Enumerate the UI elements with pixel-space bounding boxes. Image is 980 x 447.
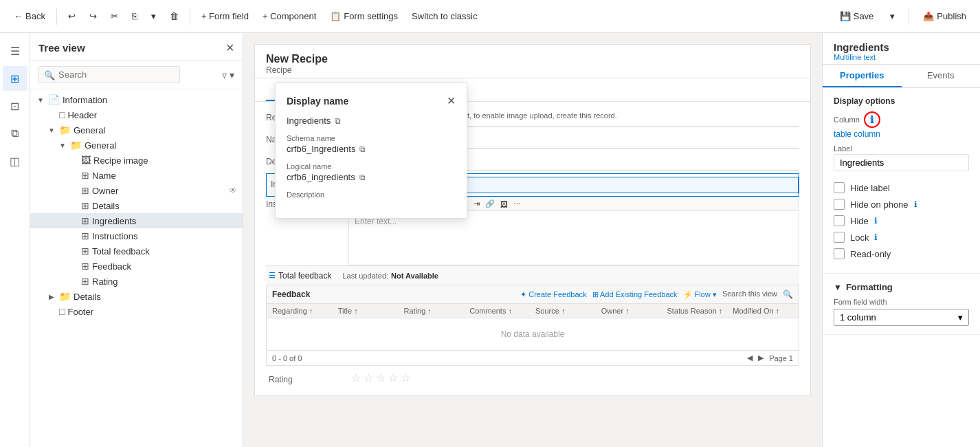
tree-close-button[interactable]: ✕ <box>225 41 234 54</box>
form-settings-button[interactable]: 📋 Form settings <box>324 8 403 24</box>
cut-button[interactable]: ✂ <box>105 8 124 24</box>
formatting-collapse-icon: ▼ <box>834 283 842 292</box>
tree-node-information[interactable]: ▼ 📄 Information <box>30 92 243 107</box>
owner-label: Owner <box>92 186 118 196</box>
tree-node-instructions[interactable]: ⊞ Instructions <box>30 228 243 243</box>
star-2[interactable]: ☆ <box>364 371 373 384</box>
header-icon: □ <box>59 109 65 120</box>
display-options-title: Display options <box>834 96 969 106</box>
table-column-link[interactable]: table column <box>834 129 969 139</box>
lock-info-icon[interactable]: ℹ <box>874 232 878 242</box>
popup-close-button[interactable]: ✕ <box>447 94 456 107</box>
back-button[interactable]: ← Back <box>8 8 51 24</box>
rt-indent[interactable]: ⇥ <box>471 199 482 209</box>
cut-icon: ✂ <box>111 11 118 21</box>
save-dropdown-button[interactable]: ▾ <box>884 8 900 24</box>
hide-on-phone-info-icon[interactable]: ℹ <box>914 199 917 209</box>
owner-badge: 👁 <box>229 186 237 195</box>
star-1[interactable]: ☆ <box>351 371 361 384</box>
footer-label: Footer <box>67 307 93 317</box>
copy-display-name-button[interactable]: ⧉ <box>335 116 341 126</box>
tree-node-header[interactable]: □ Header <box>30 107 243 122</box>
undo-button[interactable]: ↩ <box>63 8 81 24</box>
icon-nav: ☰ ⊞ ⊡ ⧉ ◫ <box>0 33 30 447</box>
tab-events[interactable]: Events <box>902 65 981 87</box>
filter-button[interactable]: ▿ ▾ <box>222 69 234 80</box>
component-button[interactable]: + Component <box>257 8 322 24</box>
hide-on-phone-checkbox[interactable] <box>834 199 845 210</box>
nav-fields-icon[interactable]: ⊡ <box>3 94 27 118</box>
nav-layers-icon[interactable]: ⧉ <box>3 121 27 146</box>
create-feedback-button[interactable]: ✦ Create Feedback <box>520 290 586 299</box>
nav-tree-icon[interactable]: ⊞ <box>3 66 27 91</box>
ingredients-label: Ingredients <box>92 216 136 226</box>
star-4[interactable]: ☆ <box>388 371 398 384</box>
footer-icon: □ <box>59 306 65 317</box>
tree-node-recipe-image[interactable]: 🖼 Recipe image <box>30 153 243 168</box>
tree-node-general-inner[interactable]: ▼ 📁 General <box>30 138 243 153</box>
tree-node-owner[interactable]: ⊞ Owner 👁 <box>30 183 243 198</box>
width-select[interactable]: 1 column ▾ <box>834 309 969 326</box>
popup-schema-name-row: Schema name crfb6_Ingredients ⧉ <box>287 134 456 154</box>
tree-node-ingredients[interactable]: ⊞ Ingredients <box>30 213 243 228</box>
rich-text-area[interactable]: Enter text... <box>348 210 799 265</box>
popup-description-row: Description <box>287 190 456 199</box>
hide-checkbox[interactable] <box>834 215 845 226</box>
hide-label-checkbox[interactable] <box>834 182 845 193</box>
total-feedback-label: Total feedback <box>92 246 150 257</box>
flow-button[interactable]: ⚡ Flow ▾ <box>683 290 717 299</box>
nav-menu-icon[interactable]: ☰ <box>3 39 27 63</box>
tree-node-details-field[interactable]: ⊞ Details <box>30 198 243 213</box>
tree-node-rating[interactable]: ⊞ Rating <box>30 274 243 289</box>
instructions-icon: ⊞ <box>81 230 89 241</box>
formatting-collapse[interactable]: ▼ Formatting <box>834 282 969 292</box>
star-5[interactable]: ☆ <box>401 371 410 384</box>
copy-logical-name-button[interactable]: ⧉ <box>359 173 366 182</box>
popup-display-name-value: Ingredients ⧉ <box>287 116 456 126</box>
lock-checkbox[interactable] <box>834 232 845 243</box>
tree-node-details-section[interactable]: ▶ 📁 Details <box>30 289 243 304</box>
read-only-checkbox[interactable] <box>834 248 845 259</box>
tree-node-general[interactable]: ▼ 📁 General <box>30 122 243 138</box>
switch-classic-button[interactable]: Switch to classic <box>406 8 482 24</box>
tree-node-footer[interactable]: □ Footer <box>30 304 243 319</box>
nav-data-icon[interactable]: ◫ <box>3 149 27 173</box>
rt-image[interactable]: 🖼 <box>498 199 510 209</box>
rt-link[interactable]: 🔗 <box>483 199 497 209</box>
tree-node-name[interactable]: ⊞ Name <box>30 168 243 183</box>
recipe-image-icon: 🖼 <box>81 155 91 166</box>
hide-info-icon[interactable]: ℹ <box>874 216 878 226</box>
component-label: + Component <box>263 11 316 21</box>
copy-schema-name-button[interactable]: ⧉ <box>359 144 366 154</box>
save-button[interactable]: 💾 Save <box>834 8 880 24</box>
rating-stars[interactable]: ☆ ☆ ☆ ☆ ☆ <box>351 371 410 384</box>
form-field-label: + Form field <box>201 11 249 21</box>
redo-button[interactable]: ↪ <box>84 8 102 24</box>
add-existing-feedback-button[interactable]: ⊞ Add Existing Feedback <box>592 290 678 299</box>
column-label: Column <box>834 116 860 124</box>
next-page-button[interactable]: ▶ <box>758 353 764 362</box>
rt-more2[interactable]: ⋯ <box>511 199 523 209</box>
delete-button[interactable]: 🗑 <box>164 8 184 24</box>
column-field: Column ℹ table column <box>834 111 969 139</box>
display-name-text: Ingredients <box>287 116 331 126</box>
subgrid-columns: Regarding ↑ Title ↑ Rating ↑ Comments ↑ … <box>266 304 799 318</box>
col-rating: Rating ↑ <box>404 307 465 315</box>
main-layout: ☰ ⊞ ⊡ ⧉ ◫ Tree view ✕ 🔍 ▿ ▾ ▼ 📄 Informat… <box>0 33 980 447</box>
prev-page-button[interactable]: ◀ <box>747 353 753 362</box>
add-existing-icon: ⊞ <box>592 290 599 298</box>
publish-button[interactable]: 📤 Publish <box>917 8 972 24</box>
tab-properties[interactable]: Properties <box>823 65 902 87</box>
tree-node-total-feedback[interactable]: ⊞ Total feedback <box>30 243 243 259</box>
form-field-button[interactable]: + Form field <box>196 8 254 24</box>
properties-title: Ingredients <box>834 41 969 53</box>
star-3[interactable]: ☆ <box>376 371 386 384</box>
subgrid-search-icon[interactable]: 🔍 <box>783 290 793 299</box>
label-input[interactable] <box>834 154 969 171</box>
tree-search-input[interactable] <box>38 66 180 83</box>
rating-field-label: Rating <box>269 372 351 384</box>
more-button[interactable]: ▾ <box>146 8 162 24</box>
copy-button[interactable]: ⎘ <box>126 8 143 24</box>
tree-node-feedback[interactable]: ⊞ Feedback <box>30 259 243 274</box>
column-info-icon[interactable]: ℹ <box>864 111 880 128</box>
